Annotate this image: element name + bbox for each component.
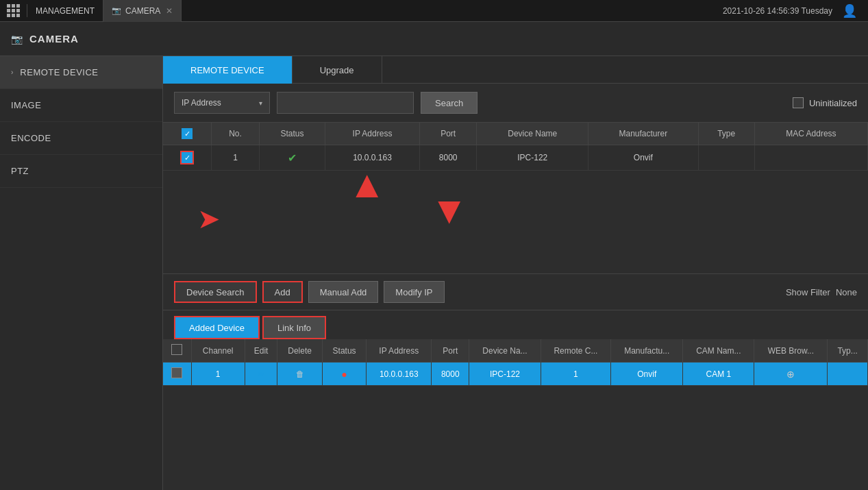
added-col-manufacturer: Manufactu... — [611, 339, 683, 363]
sidebar-item-image[interactable]: IMAGE — [0, 89, 162, 122]
camera-header: 📷 CAMERA — [0, 22, 868, 56]
uninitialized-checkbox[interactable] — [793, 97, 804, 108]
grid-icon[interactable] — [7, 4, 20, 17]
camera-tab-close[interactable]: ✕ — [166, 6, 173, 16]
col-device-name: Device Name — [477, 123, 588, 145]
tab-upgrade[interactable]: Upgrade — [293, 56, 382, 84]
tab-remote-device-label: REMOTE DEVICE — [190, 65, 264, 75]
added-col-remote-c: Remote C... — [541, 339, 611, 363]
device-table-container: ✓ No. Status IP Address Port Device Name… — [163, 123, 868, 171]
added-col-channel: Channel — [191, 339, 245, 363]
added-row1-channel: 1 — [191, 363, 245, 386]
row1-manufacturer: Onvif — [588, 145, 698, 171]
row1-device-name: IPC-122 — [477, 145, 588, 171]
added-col-edit: Edit — [245, 339, 277, 363]
added-row1-web[interactable]: ⊕ — [754, 363, 828, 386]
col-mac: MAC Address — [754, 123, 867, 145]
added-row1-manufacturer: Onvif — [611, 363, 683, 386]
show-filter-label: Show Filter — [786, 287, 830, 297]
device-row-1[interactable]: ✓ 1 ✔ 10.0.0.163 8000 IPC-122 Onvif — [163, 145, 868, 171]
col-checkbox: ✓ — [163, 123, 212, 145]
camera-icon: 📷 — [112, 6, 121, 15]
uninitialized-label: Uninitialized — [809, 98, 857, 108]
filter-value: None — [836, 287, 857, 297]
device-table-area: ✓ No. Status IP Address Port Device Name… — [163, 123, 868, 273]
link-info-tab[interactable]: Link Info — [262, 316, 326, 339]
added-tabs-area: Added Device Link Info — [163, 310, 868, 339]
added-row1-edit[interactable]: ✏ — [245, 363, 277, 386]
delete-icon[interactable]: 🗑 — [296, 369, 304, 379]
added-row1-remote-c: 1 — [541, 363, 611, 386]
search-area: IP Address ▾ Search Uninitialized — [163, 84, 868, 123]
col-port: Port — [419, 123, 476, 145]
sidebar-label-ptz: PTZ — [11, 166, 29, 176]
col-manufacturer: Manufacturer — [588, 123, 698, 145]
arrow-up-annotation: ▲ — [348, 165, 386, 204]
status-dot-icon: ● — [341, 369, 347, 380]
arrow-right-annotation: ➤ — [197, 205, 221, 232]
tab-upgrade-label: Upgrade — [320, 65, 354, 75]
sidebar-item-ptz[interactable]: PTZ — [0, 155, 162, 188]
row1-checkbox[interactable]: ✓ — [163, 145, 212, 171]
top-right-area: 2021-10-26 14:56:39 Tuesday 👤 — [723, 3, 868, 19]
management-tab-label: MANAGEMENT — [36, 6, 95, 16]
top-bar: MANAGEMENT 📷 CAMERA ✕ 2021-10-26 14:56:3… — [0, 0, 868, 22]
row1-type — [698, 145, 754, 171]
row1-status-icon: ✔ — [288, 152, 297, 164]
web-browser-icon[interactable]: ⊕ — [786, 369, 795, 380]
added-col-port: Port — [432, 339, 469, 363]
col-no: No. — [212, 123, 259, 145]
manual-add-button[interactable]: Manual Add — [308, 281, 379, 303]
bottom-buttons: Device Search Add Manual Add Modify IP S… — [163, 273, 868, 310]
device-search-button[interactable]: Device Search — [174, 281, 257, 303]
added-row1-ip: 10.0.0.163 — [367, 363, 432, 386]
added-col-device-name: Device Na... — [469, 339, 541, 363]
added-row1-delete[interactable]: 🗑 — [277, 363, 322, 386]
added-select-all[interactable] — [171, 344, 182, 355]
select-all-checkbox[interactable]: ✓ — [182, 128, 193, 139]
row1-cb[interactable]: ✓ — [182, 152, 193, 163]
device-table: ✓ No. Status IP Address Port Device Name… — [163, 123, 868, 171]
uninitialized-area: Uninitialized — [793, 97, 857, 108]
add-button[interactable]: Add — [262, 281, 303, 303]
camera-tab[interactable]: 📷 CAMERA ✕ — [103, 0, 182, 22]
arrow-down-annotation: ▼ — [430, 191, 468, 230]
added-row1-device-name: IPC-122 — [469, 363, 541, 386]
added-col-status: Status — [322, 339, 367, 363]
modify-ip-button[interactable]: Modify IP — [384, 281, 444, 303]
added-row1-port: 8000 — [432, 363, 469, 386]
added-row1-checkbox[interactable] — [163, 363, 191, 386]
col-type: Type — [698, 123, 754, 145]
search-type-select[interactable]: IP Address ▾ — [174, 92, 270, 114]
edit-icon[interactable]: ✏ — [258, 369, 264, 379]
main-layout: › REMOTE DEVICE IMAGE ENCODE PTZ REMOTE … — [0, 56, 868, 490]
search-input[interactable] — [277, 92, 414, 114]
search-type-value: IP Address — [182, 98, 221, 108]
sidebar-label-image: IMAGE — [11, 100, 41, 110]
added-device-tab[interactable]: Added Device — [174, 316, 260, 339]
row1-ip: 10.0.0.163 — [325, 145, 420, 171]
sidebar-label-encode: ENCODE — [11, 133, 51, 143]
tab-remote-device[interactable]: REMOTE DEVICE — [163, 56, 293, 84]
col-status: Status — [259, 123, 325, 145]
added-row1-status: ● — [322, 363, 367, 386]
row1-mac — [754, 145, 867, 171]
row1-status: ✔ — [259, 145, 325, 171]
sidebar: › REMOTE DEVICE IMAGE ENCODE PTZ — [0, 56, 163, 490]
camera-header-title: CAMERA — [29, 33, 79, 45]
added-col-web: WEB Brow... — [754, 339, 828, 363]
added-col-type: Typ... — [828, 339, 868, 363]
row1-no: 1 — [212, 145, 259, 171]
sidebar-arrow-remote-device: › — [11, 69, 13, 76]
sidebar-item-encode[interactable]: ENCODE — [0, 122, 162, 155]
management-tab[interactable]: MANAGEMENT — [27, 0, 103, 22]
user-icon[interactable]: 👤 — [842, 3, 857, 19]
sidebar-item-remote-device[interactable]: › REMOTE DEVICE — [0, 56, 162, 89]
apps-grid[interactable] — [0, 4, 27, 17]
search-button[interactable]: Search — [421, 92, 478, 114]
col-ip: IP Address — [325, 123, 420, 145]
added-row1-cam-name: CAM 1 — [683, 363, 754, 386]
added-row-1[interactable]: 1 ✏ 🗑 ● 10.0.0.163 8000 IPC-122 1 Onvif … — [163, 363, 868, 386]
added-col-delete: Delete — [277, 339, 322, 363]
added-col-ip: IP Address — [367, 339, 432, 363]
